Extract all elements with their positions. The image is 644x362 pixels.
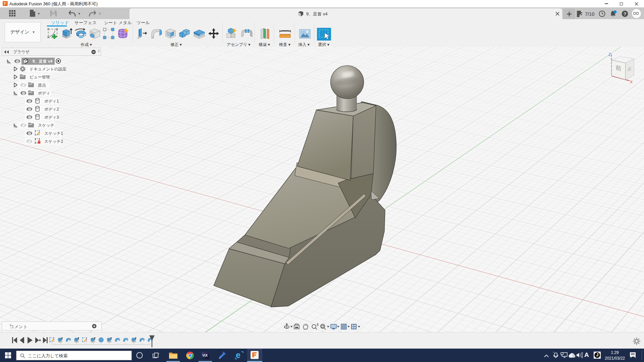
svg-text:?: ? bbox=[624, 11, 626, 16]
svg-text:X: X bbox=[630, 80, 633, 84]
svg-text:Z: Z bbox=[608, 52, 611, 57]
svg-text:F: F bbox=[4, 1, 6, 6]
svg-text:前: 前 bbox=[616, 64, 622, 72]
svg-text:e: e bbox=[236, 351, 240, 360]
